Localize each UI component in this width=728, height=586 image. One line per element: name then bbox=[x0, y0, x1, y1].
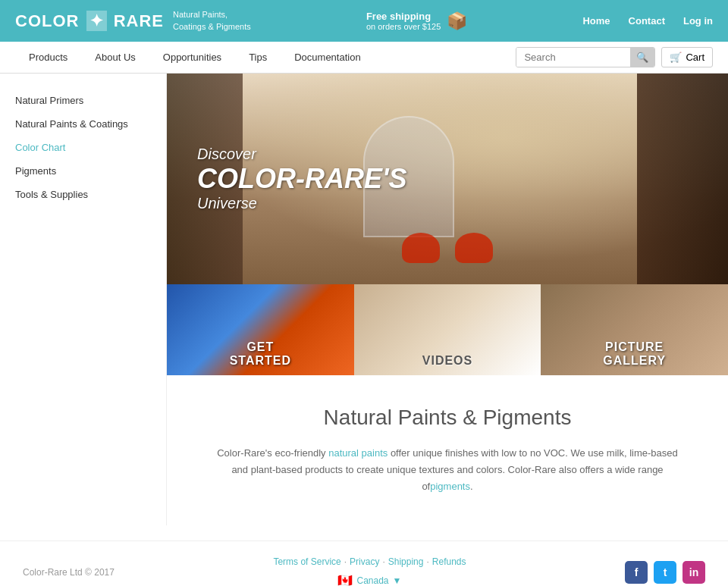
sidebar-item-pigments[interactable]: Pigments bbox=[0, 159, 166, 183]
sidebar: Natural Primers Natural Paints & Coating… bbox=[0, 74, 167, 525]
sidebar-item-natural-paints[interactable]: Natural Paints & Coatings bbox=[0, 112, 166, 136]
footer-country-selector[interactable]: 🇨🇦 Canada ▼ bbox=[337, 573, 401, 586]
nav-opportunities[interactable]: Opportunities bbox=[149, 42, 235, 74]
chair-right bbox=[455, 233, 493, 263]
panel-gallery-label: PICTURE GALLERY bbox=[603, 340, 666, 368]
search-box: 🔍 bbox=[516, 47, 655, 67]
panel-videos[interactable]: VIDEOS bbox=[354, 284, 541, 375]
hero-banner: Discover COLOR-RARE'S Universe bbox=[167, 74, 728, 284]
logo-icon: ✦ bbox=[86, 11, 107, 31]
hero-chairs bbox=[335, 233, 560, 263]
nav-documentation[interactable]: Documentation bbox=[281, 42, 374, 74]
footer-shipping-link[interactable]: Shipping bbox=[388, 556, 424, 567]
footer-sep-2: · bbox=[382, 556, 384, 567]
logo[interactable]: COLOR ✦ RARE bbox=[15, 11, 164, 31]
navbar-right: 🔍 🛒 Cart bbox=[516, 47, 713, 67]
instagram-icon[interactable]: in bbox=[682, 561, 705, 584]
sidebar-item-color-chart[interactable]: Color Chart bbox=[0, 136, 166, 159]
content-area: Natural Primers Natural Paints & Coating… bbox=[0, 74, 728, 525]
panel-get-started-label: GET STARTED bbox=[230, 340, 291, 368]
facebook-icon[interactable]: f bbox=[625, 561, 648, 584]
main-navbar: Products About Us Opportunities Tips Doc… bbox=[0, 42, 728, 74]
cart-button[interactable]: 🛒 Cart bbox=[661, 47, 713, 67]
hero-text: Discover COLOR-RARE'S Universe bbox=[197, 146, 407, 212]
contact-link[interactable]: Contact bbox=[629, 15, 665, 27]
footer: Color-Rare Ltd © 2017 Terms of Service ·… bbox=[0, 541, 728, 586]
desc-end: . bbox=[470, 481, 473, 492]
canada-flag-icon: 🇨🇦 bbox=[337, 573, 353, 586]
section-title: Natural Paints & Pigments bbox=[212, 406, 682, 430]
text-section: Natural Paints & Pigments Color-Rare's e… bbox=[167, 375, 728, 525]
home-link[interactable]: Home bbox=[582, 15, 610, 27]
shipping-sub: on orders over $125 bbox=[366, 22, 441, 31]
hero-universe: Universe bbox=[197, 195, 407, 212]
search-icon: 🔍 bbox=[636, 52, 648, 63]
section-description: Color-Rare's eco-friendly natural paints… bbox=[212, 445, 682, 495]
chair-left bbox=[402, 233, 440, 263]
tagline-line1: Natural Paints, bbox=[173, 9, 251, 20]
hero-brand: COLOR-RARE'S bbox=[197, 163, 407, 195]
search-button[interactable]: 🔍 bbox=[630, 48, 654, 67]
navbar-links: Products About Us Opportunities Tips Doc… bbox=[15, 42, 375, 74]
nav-tips[interactable]: Tips bbox=[235, 42, 281, 74]
panel-videos-label: VIDEOS bbox=[422, 354, 472, 368]
nav-products[interactable]: Products bbox=[15, 42, 81, 74]
country-label: Canada bbox=[356, 575, 388, 586]
shipping-truck-icon: 📦 bbox=[447, 11, 467, 31]
tagline: Natural Paints, Coatings & Pigments bbox=[173, 9, 251, 33]
panel-get-started[interactable]: GET STARTED bbox=[167, 284, 354, 375]
twitter-icon[interactable]: t bbox=[654, 561, 676, 584]
image-panels: GET STARTED VIDEOS PICTURE GALLERY bbox=[167, 284, 728, 375]
cart-label: Cart bbox=[686, 52, 704, 63]
shipping-text: Free shipping bbox=[366, 11, 441, 22]
footer-links: Terms of Service · Privacy · Shipping · … bbox=[273, 556, 466, 586]
sidebar-item-natural-primers[interactable]: Natural Primers bbox=[0, 89, 166, 112]
shipping-promo: Free shipping on orders over $125 📦 bbox=[366, 11, 467, 31]
footer-terms-link[interactable]: Terms of Service bbox=[273, 556, 340, 567]
tagline-line2: Coatings & Pigments bbox=[173, 21, 251, 33]
nav-about[interactable]: About Us bbox=[81, 42, 149, 74]
footer-sep-3: · bbox=[426, 556, 428, 567]
panel-gallery[interactable]: PICTURE GALLERY bbox=[541, 284, 728, 375]
footer-refunds-link[interactable]: Refunds bbox=[432, 556, 466, 567]
footer-links-row: Terms of Service · Privacy · Shipping · … bbox=[273, 556, 466, 567]
hero-art-right bbox=[637, 74, 728, 284]
shipping-info: Free shipping on orders over $125 bbox=[366, 11, 441, 31]
logo-area: COLOR ✦ RARE Natural Paints, Coatings & … bbox=[15, 9, 251, 33]
footer-privacy-link[interactable]: Privacy bbox=[350, 556, 379, 567]
natural-paints-link[interactable]: natural paints bbox=[328, 447, 388, 459]
pigments-link[interactable]: pigments bbox=[430, 481, 470, 492]
footer-sep-1: · bbox=[344, 556, 347, 567]
social-icons: f t in bbox=[625, 561, 705, 584]
dropdown-arrow-icon: ▼ bbox=[393, 575, 402, 586]
search-input[interactable] bbox=[516, 48, 630, 67]
hero-discover: Discover bbox=[197, 146, 407, 163]
sidebar-item-tools-supplies[interactable]: Tools & Supplies bbox=[0, 183, 166, 206]
header-nav: Home Contact Log in bbox=[582, 15, 713, 27]
login-link[interactable]: Log in bbox=[683, 15, 713, 27]
main-content: Discover COLOR-RARE'S Universe GET START… bbox=[167, 74, 728, 525]
cart-icon: 🛒 bbox=[670, 52, 682, 63]
desc-before-link1: Color-Rare's eco-friendly bbox=[217, 447, 328, 459]
footer-copyright: Color-Rare Ltd © 2017 bbox=[23, 567, 115, 578]
logo-text: COLOR ✦ RARE bbox=[15, 11, 164, 30]
site-header: COLOR ✦ RARE Natural Paints, Coatings & … bbox=[0, 0, 728, 42]
